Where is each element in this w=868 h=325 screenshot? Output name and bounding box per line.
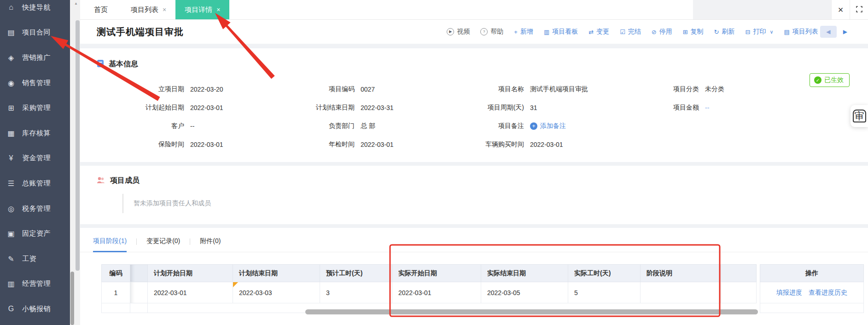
cell-actual-end: 2022-03-05 <box>481 282 568 303</box>
view-progress-history-link[interactable]: 查看进度历史 <box>809 289 847 296</box>
tab-project-list[interactable]: 项目列表× <box>122 0 175 19</box>
cell-stage-note <box>641 282 721 303</box>
field-value: 2022-03-01 <box>361 141 394 148</box>
fullscreen-button[interactable] <box>850 0 868 19</box>
disable-icon: ⊘ <box>652 29 657 35</box>
project-list-button[interactable]: ▤项目列表 <box>784 28 818 36</box>
copy-button[interactable]: ⊞复制 <box>683 28 704 36</box>
field-value: 测试手机端项目审批 <box>530 85 588 93</box>
status-badge: ✓ 已生效 <box>810 73 850 87</box>
sidebar-item-project-contract[interactable]: ▤项目合同 <box>0 20 70 46</box>
stage-table-wrap: 编码计划开始日期计划结束日期预计工时(天)实际开始日期实际结束日期实际工时(天)… <box>101 264 868 313</box>
tab-home[interactable]: 首页 <box>80 0 122 19</box>
sidebar-item-quick-nav[interactable]: ⌂快捷导航 <box>0 0 70 20</box>
refresh-button[interactable]: ↻刷新 <box>714 28 735 36</box>
change-button[interactable]: ⇄变更 <box>588 28 609 36</box>
sidebar-item-label: 资金管理 <box>22 154 51 162</box>
add-note-label: 添加备注 <box>540 122 566 130</box>
general-ledger-icon: ☰ <box>6 179 16 188</box>
stage-head-row: 编码计划开始日期计划结束日期预计工时(天)实际开始日期实际结束日期实际工时(天)… <box>102 265 864 282</box>
sidebar-item-business-mgmt[interactable]: ▥经营管理 <box>0 272 70 297</box>
cell-actual-days: 5 <box>568 282 641 303</box>
tab-label: 首页 <box>94 6 108 14</box>
next-record-button[interactable]: ▶ <box>843 29 847 35</box>
cell-code: 1 <box>102 282 130 303</box>
members-empty-text: 暂未添加项目责任人和成员 <box>122 194 868 213</box>
tax-icon: ◎ <box>6 204 16 213</box>
sales-icon: ◉ <box>6 79 16 87</box>
column-header-code: 编码 <box>102 265 130 282</box>
project-board-button[interactable]: ▥项目看板 <box>544 28 578 36</box>
sidebar-scrollbar-thumb[interactable] <box>70 272 74 325</box>
help-button[interactable]: ?帮助 <box>480 28 503 36</box>
approval-icon: 审 <box>853 110 866 122</box>
tab-separator <box>136 238 137 245</box>
field-label: 项目周期(天) <box>481 104 524 112</box>
field: 立项日期2022-03-20 <box>97 80 311 99</box>
tab-attachments[interactable]: 附件(0) <box>200 237 221 252</box>
close-window-button[interactable]: × <box>831 0 850 19</box>
horizontal-scrollbar-thumb[interactable] <box>305 309 758 314</box>
field-value: 2022-03-20 <box>190 86 223 93</box>
funds-icon: ¥ <box>6 154 16 162</box>
inventory-icon: ▦ <box>6 129 16 138</box>
print-button[interactable]: ⊟打印∨ <box>746 28 774 36</box>
add-button[interactable]: +新增 <box>514 28 533 36</box>
sidebar-item-label: 总账管理 <box>22 179 51 188</box>
close-tab-icon[interactable]: × <box>163 6 166 13</box>
prev-record-button[interactable]: ◀ <box>820 26 837 38</box>
sidebar-item-sales[interactable]: ◉销售管理 <box>0 70 70 96</box>
tab-stages[interactable]: 项目阶段(1) <box>93 237 127 252</box>
close-tab-icon[interactable]: × <box>216 6 220 13</box>
video-button[interactable]: ▶视频 <box>447 28 470 36</box>
field: 项目编码0027 <box>311 80 481 99</box>
close-icon: × <box>838 5 844 14</box>
sidebar-item-payroll[interactable]: ✎工资 <box>0 246 70 272</box>
empty-cell <box>148 303 233 313</box>
content-scrollbar-thumb[interactable] <box>76 20 80 271</box>
disable-button[interactable]: ⊘停用 <box>652 28 672 36</box>
sidebar-item-label: 经营管理 <box>22 279 51 288</box>
toolbar-label: 刷新 <box>722 28 735 36</box>
column-header-stage-note: 阶段说明 <box>641 265 721 282</box>
tab-label: 项目列表 <box>131 6 158 14</box>
sidebar-item-fixed-assets[interactable]: ▣固定资产 <box>0 221 70 246</box>
field: 项目名称测试手机端项目审批 <box>481 80 652 99</box>
vertical-scrollbar[interactable]: ▲ <box>70 0 80 325</box>
approval-float-button[interactable]: 审 <box>851 105 868 127</box>
column-header-actual-days: 实际工时(天) <box>568 265 641 282</box>
fill-progress-link[interactable]: 填报进度 <box>776 289 802 296</box>
video-icon: ▶ <box>447 28 454 35</box>
sidebar-item-xiaochang-expense[interactable]: G小畅报销 <box>0 296 70 322</box>
sidebar-item-marketing[interactable]: ◈营销推广 <box>0 45 70 70</box>
sidebar-item-label: 快捷导航 <box>22 3 51 12</box>
add-icon: + <box>514 29 518 35</box>
scroll-up-arrow-icon[interactable]: ▲ <box>73 1 79 6</box>
sidebar-item-inventory[interactable]: ▦库存核算 <box>0 121 70 146</box>
field-value: -- <box>190 122 194 130</box>
field-label: 项目金额 <box>652 104 699 112</box>
cell-actions: 填报进度查看进度历史 <box>760 282 864 303</box>
field-label: 项目分类 <box>652 85 699 93</box>
toolbar-label: 变更 <box>596 28 609 36</box>
cell-plan-days: 3 <box>320 282 392 303</box>
field: 计划结束日期2022-03-31 <box>311 99 481 117</box>
tab-project-detail[interactable]: 项目详情× <box>175 0 229 19</box>
field-label: 年检时间 <box>311 140 355 149</box>
sidebar-item-purchasing[interactable]: ⊞采购管理 <box>0 95 70 121</box>
toolbar-label: 视频 <box>457 28 470 36</box>
tab-changes[interactable]: 变更记录(0) <box>146 237 180 252</box>
column-header-plan-days: 预计工时(天) <box>320 265 392 282</box>
tab-bar: 首页项目列表×项目详情× × <box>80 0 868 20</box>
column-header-actual-end: 实际结束日期 <box>481 265 568 282</box>
column-header-gap <box>130 265 148 282</box>
sidebar-item-tax[interactable]: ◎税务管理 <box>0 196 70 221</box>
sidebar-item-label: 工资 <box>22 255 36 263</box>
refresh-icon: ↻ <box>714 29 719 35</box>
empty-cell <box>760 303 864 313</box>
sidebar-item-funds[interactable]: ¥资金管理 <box>0 146 70 171</box>
sidebar-item-general-ledger[interactable]: ☰总账管理 <box>0 171 70 196</box>
field: 负责部门总 部 <box>311 117 481 135</box>
finish-button[interactable]: ☑完结 <box>620 28 641 36</box>
add-note-link[interactable]: +添加备注 <box>530 122 566 130</box>
